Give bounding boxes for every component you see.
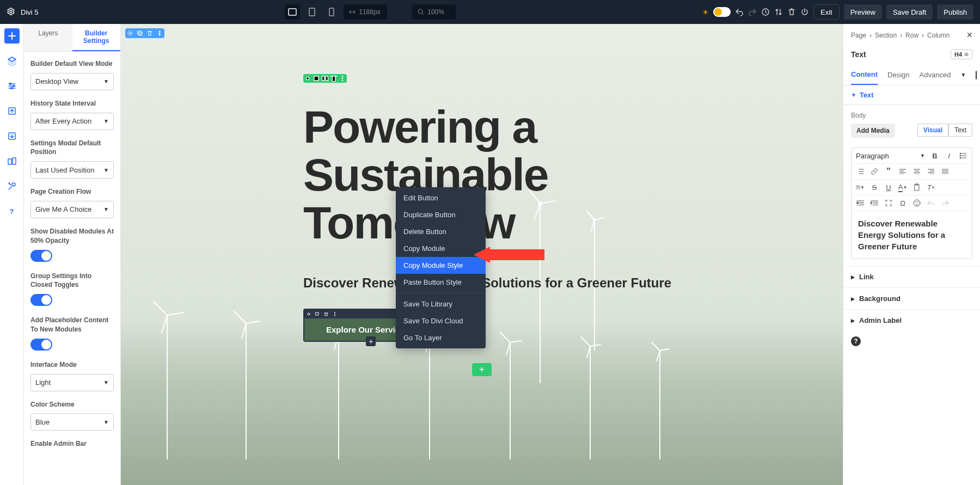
close-icon[interactable]: × bbox=[966, 29, 972, 41]
ctx-save-library[interactable]: Save To Library bbox=[396, 296, 486, 312]
tools-icon[interactable] bbox=[4, 179, 20, 194]
device-desktop-button[interactable] bbox=[285, 4, 300, 20]
crumb-section[interactable]: Section bbox=[875, 32, 897, 39]
trash-icon[interactable] bbox=[322, 310, 330, 318]
section-toolbar[interactable] bbox=[125, 28, 164, 38]
heading-level-badge[interactable]: H4 bbox=[951, 50, 972, 59]
gear-icon[interactable] bbox=[303, 74, 312, 83]
underline-icon[interactable]: U bbox=[884, 183, 893, 192]
modal-position-select[interactable]: Last Used Position▼ bbox=[30, 161, 114, 179]
default-view-select[interactable]: Desktop View▼ bbox=[30, 73, 114, 90]
paragraph-select[interactable]: Paragraph▼ bbox=[856, 152, 925, 160]
sort-icon[interactable] bbox=[774, 8, 783, 16]
toggle-text[interactable]: ▼Text bbox=[851, 91, 972, 99]
export-icon[interactable] bbox=[4, 103, 20, 119]
undo-editor-icon[interactable] bbox=[927, 199, 935, 207]
layers-icon[interactable] bbox=[4, 53, 20, 69]
device-phone-button[interactable] bbox=[324, 4, 339, 20]
responsive-icon[interactable] bbox=[976, 71, 977, 79]
duplicate-icon[interactable] bbox=[312, 74, 321, 83]
import-icon[interactable] bbox=[4, 128, 20, 144]
ctx-paste-button-style[interactable]: Paste Button Style bbox=[396, 274, 486, 291]
trash-icon[interactable] bbox=[787, 8, 796, 16]
publish-button[interactable]: Publish bbox=[937, 4, 973, 20]
editor-content[interactable]: Discover Renewable Energy Solutions for … bbox=[852, 211, 972, 259]
columns-icon[interactable] bbox=[321, 74, 329, 83]
zoom-field[interactable]: 100% bbox=[412, 4, 456, 20]
ctx-save-cloud[interactable]: Save To Divi Cloud bbox=[396, 312, 486, 329]
redo-icon[interactable] bbox=[748, 8, 757, 16]
clear-format-icon[interactable]: T× bbox=[927, 183, 935, 192]
paste-icon[interactable] bbox=[912, 183, 921, 192]
trash-icon[interactable] bbox=[145, 28, 155, 38]
device-tablet-button[interactable] bbox=[304, 4, 320, 20]
add-section-button[interactable]: + bbox=[472, 363, 492, 376]
ctx-edit-button[interactable]: Edit Button bbox=[396, 189, 486, 206]
ctx-delete-button[interactable]: Delete Button bbox=[396, 223, 486, 240]
duplicate-icon[interactable] bbox=[135, 28, 145, 38]
help-icon[interactable]: ? bbox=[851, 336, 861, 346]
ctx-copy-module-style[interactable]: Copy Module Style bbox=[396, 257, 486, 274]
undo-icon[interactable] bbox=[735, 8, 744, 16]
duplicate-icon[interactable] bbox=[313, 310, 322, 318]
toggle-admin-label[interactable]: ▶Admin Label bbox=[843, 309, 980, 331]
group-toggles-toggle[interactable] bbox=[30, 294, 52, 306]
align-right-icon[interactable] bbox=[927, 167, 935, 176]
history-interval-select[interactable]: After Every Action▼ bbox=[30, 113, 114, 130]
canvas[interactable]: Powering a Sustainable Tomorrow Discover… bbox=[121, 24, 843, 485]
trash-icon[interactable] bbox=[329, 74, 338, 83]
strikethrough-icon[interactable]: S bbox=[870, 183, 879, 192]
color-scheme-select[interactable]: Blue▼ bbox=[30, 413, 114, 431]
fullscreen-icon[interactable] bbox=[884, 199, 893, 207]
gear-icon[interactable] bbox=[304, 310, 313, 318]
row-toolbar[interactable] bbox=[303, 74, 347, 83]
outdent-icon[interactable] bbox=[870, 199, 879, 207]
bold-icon[interactable]: B bbox=[930, 151, 939, 160]
crumb-row[interactable]: Row bbox=[905, 32, 918, 39]
more-icon[interactable] bbox=[330, 310, 339, 318]
align-justify-icon[interactable] bbox=[941, 167, 950, 176]
add-module-below[interactable]: + bbox=[366, 336, 376, 346]
library-icon[interactable] bbox=[4, 154, 20, 169]
page-creation-select[interactable]: Give Me A Choice▼ bbox=[30, 201, 114, 218]
align-center-icon[interactable] bbox=[912, 167, 921, 176]
bullet-list-icon[interactable] bbox=[959, 151, 967, 160]
ctx-go-to-layer[interactable]: Go To Layer bbox=[396, 329, 486, 346]
link-icon[interactable] bbox=[870, 167, 879, 176]
interface-mode-select[interactable]: Light▼ bbox=[30, 374, 114, 391]
save-draft-button[interactable]: Save Draft bbox=[886, 4, 933, 20]
toggle-background[interactable]: ▶Background bbox=[843, 287, 980, 309]
tab-advanced[interactable]: Advanced bbox=[920, 65, 951, 84]
crumb-column[interactable]: Column bbox=[927, 32, 950, 39]
chevron-down-icon[interactable]: ▼ bbox=[960, 72, 966, 78]
table-icon[interactable]: ▼ bbox=[856, 183, 865, 192]
tab-design[interactable]: Design bbox=[887, 65, 909, 84]
help-rail-icon[interactable]: ? bbox=[4, 204, 20, 219]
preview-button[interactable]: Preview bbox=[844, 4, 882, 20]
more-icon[interactable] bbox=[155, 28, 164, 38]
theme-toggle[interactable] bbox=[713, 7, 731, 17]
placeholder-content-toggle[interactable] bbox=[30, 339, 52, 351]
special-char-icon[interactable]: Ω bbox=[898, 199, 907, 207]
text-color-icon[interactable]: A▼ bbox=[898, 183, 907, 192]
emoji-icon[interactable] bbox=[912, 199, 921, 207]
gear-icon[interactable] bbox=[7, 7, 15, 17]
settings-rail-icon[interactable] bbox=[4, 78, 20, 94]
exit-button[interactable]: Exit bbox=[813, 4, 840, 20]
italic-icon[interactable]: I bbox=[945, 151, 953, 160]
indent-icon[interactable] bbox=[856, 199, 865, 207]
visual-tab[interactable]: Visual bbox=[917, 124, 948, 137]
tab-builder-settings[interactable]: Builder Settings bbox=[72, 24, 121, 51]
gear-icon[interactable] bbox=[125, 28, 135, 38]
tab-layers[interactable]: Layers bbox=[24, 24, 72, 51]
add-button[interactable] bbox=[4, 28, 20, 44]
ctx-copy-module[interactable]: Copy Module bbox=[396, 240, 486, 257]
power-icon[interactable] bbox=[800, 8, 809, 16]
more-icon[interactable] bbox=[338, 74, 347, 83]
canvas-width-field[interactable]: 1188px bbox=[344, 4, 387, 20]
toggle-link[interactable]: ▶Link bbox=[843, 266, 980, 287]
hero-subtitle[interactable]: Discover Renewable Energy Solutions for … bbox=[303, 275, 671, 291]
crumb-page[interactable]: Page bbox=[851, 32, 866, 39]
quote-icon[interactable]: " bbox=[884, 167, 893, 176]
redo-editor-icon[interactable] bbox=[941, 199, 950, 207]
